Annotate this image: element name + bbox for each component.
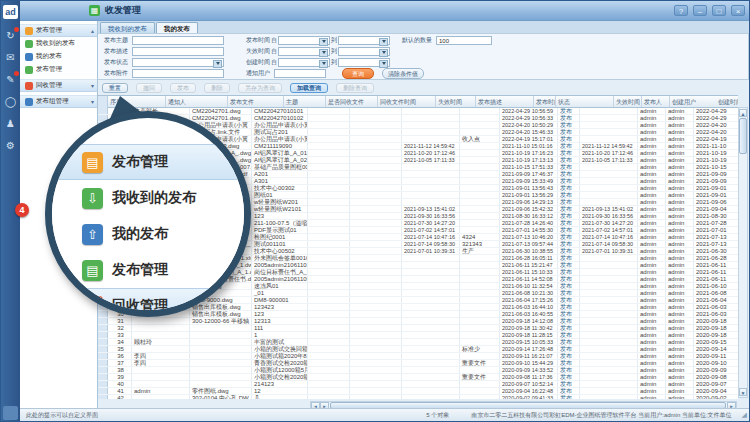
tab-my-publishes[interactable]: 我的发布 [156,22,198,33]
clear-conditions-button[interactable]: 清除条件值 [382,68,424,79]
table-row[interactable]: 31 300-12000-66 半移轴 12313 2020-09-18 14:… [98,318,738,325]
col-notifier[interactable]: 通知人 [166,96,228,107]
settings-icon[interactable]: ⚙ [4,139,17,152]
row-selector-gutter[interactable] [98,311,108,317]
table-row[interactable]: 39 小箱测试交检2020箱 重要文件 2020-09-08 11:17:36 … [98,374,738,381]
table-row[interactable]: 34 顾桂玲 丰富的测试 2020-09-15 10:05:33 发布 admi… [98,339,738,346]
sidebar-group-publish-groups[interactable]: 发布组管理 ▾ [20,95,97,108]
col-subject[interactable]: 主题 [284,96,326,107]
sync-icon[interactable]: ↻ [4,29,17,42]
resize-grip[interactable]: ◢ [742,411,747,419]
scroll-up-button[interactable]: ▲ [739,109,747,117]
save-as-query-button[interactable]: 另存为查询 [238,83,282,93]
table-row[interactable]: 1 生产部长 CM22042701.dwg CM220427010101 202… [98,108,738,115]
description-input[interactable] [132,47,224,56]
row-selector-gutter[interactable] [98,381,108,387]
col-create-user[interactable]: 创建用户 [670,96,716,107]
rail-bottom-button[interactable] [3,406,18,420]
row-selector-gutter[interactable] [98,332,108,338]
cell-expire-time-2 [580,269,638,275]
help-button[interactable]: ? [674,5,688,16]
cell-description [460,115,500,121]
maximize-button[interactable]: □ [712,5,726,16]
vertical-scroll-thumb[interactable] [739,118,747,154]
row-selector-gutter[interactable] [98,318,108,324]
query-button[interactable]: 查询 [342,68,374,79]
table-row[interactable]: 41 admin 零件图纸.dwg 12 2020-09-04 16:22:48… [98,388,738,395]
cell-publish-time: 2021-10-19 17:16:23 [500,150,558,156]
row-selector-gutter[interactable] [98,353,108,359]
table-row[interactable]: 38 小箱测试12000箱5月6日 2020-09-09 14:33:52 发布… [98,367,738,374]
table-row[interactable]: 40 214123 2020-09-07 10:52:14 发布 admin a… [98,381,738,388]
table-row[interactable]: 33 1 2020-09-18 11:28:15 发布 admin admin … [98,332,738,339]
magnified-item-my-publishes[interactable]: ⇧ 我的发布 [52,216,244,252]
cell-create-user: admin [666,199,694,205]
table-row[interactable]: 30 销售出库模板.dwg 123 2021-06-03 16:40:55 发布… [98,311,738,318]
cell-expire-time [402,367,460,373]
sidebar-item-publish-management[interactable]: 发布管理 [20,63,97,76]
col-recycled[interactable]: 是否回收文件 [326,96,378,107]
sidebar-group-publish-management[interactable]: 发布管理 ▴ [20,24,97,37]
edit-icon[interactable]: ✎ [4,73,17,86]
sidebar-item-my-publishes[interactable]: 我的发布 [20,50,97,63]
mail-icon[interactable]: ✉ [4,51,17,64]
cell-publisher: admin [638,339,666,345]
scroll-down-button[interactable]: ▼ [739,388,747,396]
default-qty-input[interactable] [436,36,492,45]
publish-button[interactable]: 发布 [170,83,196,93]
vertical-scrollbar[interactable]: ▲ ▼ [738,107,748,398]
expire-time-to-select[interactable] [338,47,390,56]
magnified-group-publish-management[interactable]: ▤ 发布管理 [52,144,244,180]
row-selector-gutter[interactable] [98,339,108,345]
load-query-button[interactable]: 加载查询 [290,83,328,93]
sidebar-group-recycle-management[interactable]: 回收管理 ▾ [20,79,97,92]
notify-user-input[interactable] [274,69,326,78]
col-description[interactable]: 发布描述 [476,96,534,107]
delete-query-button[interactable]: 删除查询 [336,83,374,93]
row-selector-gutter[interactable] [98,367,108,373]
expire-time-from-select[interactable] [278,47,330,56]
col-expire-time[interactable]: 失效时间 [436,96,476,107]
col-publish-file[interactable]: 发布文件 [228,96,284,107]
withdraw-button[interactable]: 撤回 [136,83,162,93]
delete-button[interactable]: 删除 [204,83,230,93]
col-expire-time-2[interactable]: 失效时间 [614,96,642,107]
minimize-button[interactable]: – [693,5,707,16]
col-publish-time[interactable]: 发布时间 [534,96,556,107]
col-publisher[interactable]: 发布人 [642,96,670,107]
publish-time-to-select[interactable] [338,36,390,45]
attachment-input[interactable] [132,69,224,78]
col-status[interactable]: 状态 [556,96,614,107]
table-row[interactable]: 37 李四 青香测试交检2020箱 重要文件 2020-09-10 15:44:… [98,360,738,367]
close-button[interactable]: × [731,5,745,16]
app-logo[interactable]: ad [3,5,18,19]
col-recycle-time[interactable]: 回收文件时间 [378,96,436,107]
create-time-to-select[interactable] [338,58,390,67]
cell-publish-time: 2022-04-29 10:56:33 [500,115,558,121]
sidebar-item-received-publishes[interactable]: 我收到的发布 [20,37,97,50]
table-row[interactable]: 42 302-0104 中心孔.DW 几 2020-09-02 09:41:33… [98,395,738,399]
table-row[interactable]: 32 111 2020-09-18 11:30:42 发布 admin admi… [98,325,738,332]
magnified-item-received-publishes[interactable]: ⇩ 我收到的发布 [52,180,244,216]
status-select[interactable] [132,58,224,67]
row-selector-gutter[interactable] [98,388,108,394]
row-selector-gutter[interactable] [98,374,108,380]
circle-icon[interactable]: ◯ [4,95,17,108]
publish-time-from-select[interactable] [278,36,330,45]
subject-input[interactable] [132,36,224,45]
reset-button[interactable]: 重置 [102,83,128,93]
magnified-item-publish-management[interactable]: ▤ 发布管理 [52,252,244,288]
tab-received-publishes[interactable]: 我收到的发布 [100,22,155,33]
cell-description [460,220,500,226]
row-selector-gutter[interactable] [98,395,108,399]
row-selector-gutter[interactable] [98,325,108,331]
col-create-time[interactable]: 创建时间 [716,96,738,107]
menu-item-icon [25,82,33,90]
row-selector-gutter[interactable] [98,346,108,352]
table-row[interactable]: 36 李四 小箱测试箱2020年8月6日 2020-09-11 16:21:07… [98,353,738,360]
table-row[interactable]: 35 小箱的测试交换回箱01 标准少 2020-09-14 17:26:48 发… [98,346,738,353]
create-time-from-select[interactable] [278,58,330,67]
row-selector-gutter[interactable] [98,360,108,366]
user-icon[interactable]: ♟ [4,117,17,130]
cell-publisher: admin [638,269,666,275]
